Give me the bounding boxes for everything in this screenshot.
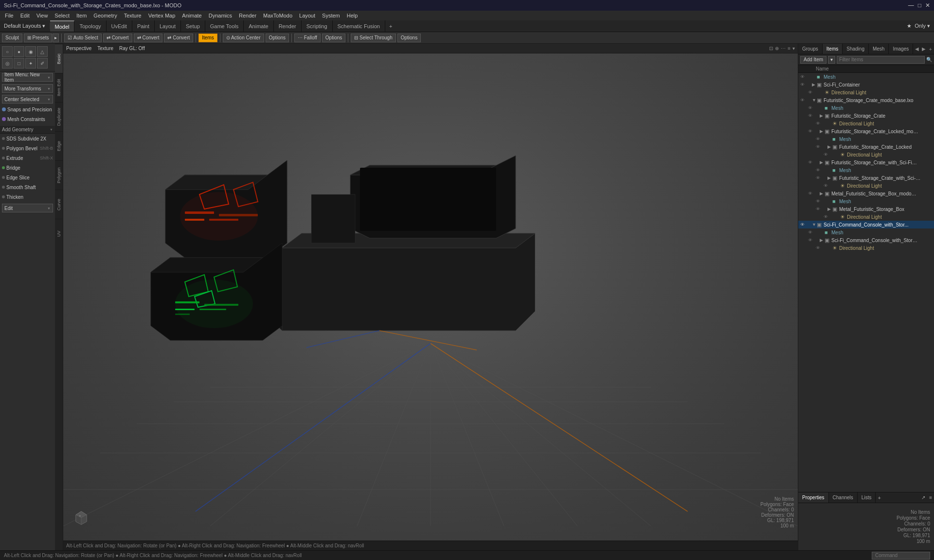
list-item[interactable]: 👁 ☀ Directional Light bbox=[798, 151, 934, 158]
props-expand-icon[interactable]: ↗ bbox=[919, 494, 927, 501]
list-item[interactable]: 👁 ■ Mesh bbox=[798, 228, 934, 236]
strip-basic[interactable]: Basic bbox=[55, 44, 63, 73]
item-expand-icon[interactable]: ▶ bbox=[827, 207, 832, 211]
viewport-icon-2[interactable]: ⊕ bbox=[775, 46, 779, 51]
tab-images[interactable]: Images bbox=[889, 44, 913, 54]
tab-animate[interactable]: Animate bbox=[244, 20, 273, 32]
falloff-options[interactable]: Options bbox=[322, 34, 345, 42]
list-item[interactable]: 👁 ☀ Directional Light bbox=[798, 182, 934, 190]
layouts-dropdown[interactable]: Default Layouts ▾ bbox=[0, 23, 50, 29]
polygon-bevel-btn[interactable]: Polygon Bevel Shift-B bbox=[0, 144, 55, 153]
list-item[interactable]: 👁 ▶ ▣ Futuristic_Storage_Crate bbox=[798, 112, 934, 120]
tab-mesh[interactable]: Mesh bbox=[869, 44, 889, 54]
tab-render[interactable]: Render bbox=[274, 20, 302, 32]
item-expand-icon[interactable]: ▼ bbox=[812, 222, 817, 227]
tab-setup[interactable]: Setup bbox=[181, 20, 205, 32]
list-item[interactable]: 👁 ▶ ▣ Futuristic_Storage_Crate_Locked_mo… bbox=[798, 127, 934, 135]
list-item[interactable]: 👁 ▼ ▣ Futuristic_Storage_Crate_modo_base… bbox=[798, 96, 934, 104]
bridge-btn[interactable]: Bridge bbox=[0, 163, 55, 172]
menu-help[interactable]: Help bbox=[344, 12, 361, 19]
action-center-button[interactable]: ⊙ Action Center bbox=[223, 34, 264, 42]
tool-cube[interactable]: □ bbox=[14, 58, 24, 69]
list-item[interactable]: 👁 ☀ Directional Light bbox=[798, 88, 934, 96]
auto-select-button[interactable]: ☑ Auto Select bbox=[64, 34, 101, 42]
add-geometry-header[interactable]: Add Geometry bbox=[0, 126, 55, 134]
command-input[interactable] bbox=[872, 552, 930, 560]
convert-button-1[interactable]: ⇄ Convert bbox=[103, 34, 132, 42]
item-expand-icon[interactable]: ▶ bbox=[820, 129, 825, 134]
menu-animate[interactable]: Animate bbox=[179, 12, 204, 19]
strip-duplicate[interactable]: Duplicate bbox=[55, 102, 63, 131]
tab-schematic-fusion[interactable]: Schematic Fusion bbox=[333, 20, 385, 32]
items-button[interactable]: Items bbox=[198, 34, 217, 42]
close-button[interactable]: ✕ bbox=[925, 2, 930, 9]
menu-file[interactable]: File bbox=[2, 12, 17, 19]
select-through-button[interactable]: ⊟ Select Through bbox=[351, 34, 395, 42]
list-item[interactable]: 👁 ▶ ▣ Metal_Futuristic_Storage_Box_modo_… bbox=[798, 190, 934, 197]
list-item[interactable]: 👁 ▶ ▣ Sci-Fi_Command_Console_with_Storag… bbox=[798, 236, 934, 244]
viewport-shading[interactable]: Texture bbox=[97, 46, 113, 51]
tool-move[interactable]: ✦ bbox=[25, 58, 36, 69]
strip-curve[interactable]: Curve bbox=[55, 190, 63, 219]
item-expand-icon[interactable]: ▶ bbox=[812, 82, 817, 87]
list-item[interactable]: 👁 ☀ Directional Light bbox=[798, 244, 934, 252]
list-item[interactable]: 👁 ▶ ▣ Sci-Fi_Container bbox=[798, 81, 934, 88]
more-transforms-dropdown[interactable]: More Transforms bbox=[2, 84, 53, 93]
tab-properties[interactable]: Properties bbox=[798, 492, 829, 503]
tab-lists[interactable]: Lists bbox=[858, 492, 876, 503]
list-item[interactable]: 👁 ■ Mesh bbox=[798, 104, 934, 112]
tool-triangle[interactable]: △ bbox=[37, 46, 48, 57]
menu-edit[interactable]: Edit bbox=[18, 12, 33, 19]
tab-shading[interactable]: Shading bbox=[843, 44, 869, 54]
right-tab-arrow-right[interactable]: ▶ bbox=[920, 45, 927, 52]
list-item-selected[interactable]: 👁 ▼ ▣ Sci-Fi_Command_Console_with_Stor..… bbox=[798, 221, 934, 228]
tab-scripting[interactable]: Scripting bbox=[302, 20, 333, 32]
right-tab-add[interactable]: + bbox=[927, 45, 934, 53]
list-item[interactable]: 👁 ■ Mesh bbox=[798, 166, 934, 174]
tab-model[interactable]: Model bbox=[50, 20, 75, 32]
maximize-button[interactable]: □ bbox=[918, 2, 921, 9]
add-item-arrow[interactable]: ▾ bbox=[828, 56, 835, 64]
item-expand-icon[interactable]: ▶ bbox=[820, 160, 825, 165]
item-expand-icon[interactable]: ▶ bbox=[820, 113, 825, 118]
tab-channels[interactable]: Channels bbox=[829, 492, 858, 503]
edit-dropdown[interactable]: Edit bbox=[2, 204, 53, 212]
menu-item[interactable]: Item bbox=[73, 12, 90, 19]
tab-items[interactable]: Items bbox=[823, 44, 843, 54]
item-menu-dropdown[interactable]: Item Menu: New Item bbox=[2, 73, 53, 82]
viewport-icon-1[interactable]: ⊡ bbox=[769, 46, 773, 51]
select-through-options[interactable]: Options bbox=[397, 34, 421, 42]
sculpt-button[interactable]: Sculpt bbox=[2, 34, 22, 42]
item-expand-icon[interactable]: ▼ bbox=[812, 98, 817, 103]
tool-ring[interactable]: ◎ bbox=[2, 58, 13, 69]
falloff-button[interactable]: ⋯ Falloff bbox=[294, 34, 321, 42]
snaps-precision-btn[interactable]: Snaps and Precision bbox=[0, 105, 55, 114]
thicken-btn[interactable]: Thicken bbox=[0, 192, 55, 201]
menu-maxtomodo[interactable]: MaxToModo bbox=[260, 12, 295, 19]
tab-game-tools[interactable]: Game Tools bbox=[205, 20, 244, 32]
viewport-ray[interactable]: Ray GL: Off bbox=[119, 46, 145, 51]
extrude-btn[interactable]: Extrude Shift-X bbox=[0, 154, 55, 162]
list-item[interactable]: 👁 ▶ ▣ Metal_Futuristic_Storage_Box bbox=[798, 205, 934, 213]
tool-brush[interactable]: ✐ bbox=[37, 58, 48, 69]
convert-button-3[interactable]: ⇄ Convert bbox=[164, 34, 193, 42]
menu-geometry[interactable]: Geometry bbox=[90, 12, 120, 19]
menu-system[interactable]: System bbox=[319, 12, 343, 19]
menu-dynamics[interactable]: Dynamics bbox=[206, 12, 235, 19]
mesh-constraints-btn[interactable]: Mesh Constraints bbox=[0, 115, 55, 123]
item-expand-icon[interactable]: ▶ bbox=[827, 175, 832, 180]
convert-button-2[interactable]: ⇄ Convert bbox=[134, 34, 163, 42]
list-item[interactable]: 👁 ■ Mesh bbox=[798, 197, 934, 205]
viewport-icon-5[interactable]: ▾ bbox=[792, 46, 795, 51]
menu-view[interactable]: View bbox=[34, 12, 51, 19]
presets-button[interactable]: ⊞ Presets bbox=[24, 34, 53, 42]
menu-texture[interactable]: Texture bbox=[121, 12, 144, 19]
tab-uvedit[interactable]: UvEdit bbox=[107, 20, 132, 32]
list-item[interactable]: 👁 ▶ ▣ Futuristic_Storage_Crate_with_Sci-… bbox=[798, 158, 934, 166]
tool-dot[interactable]: ● bbox=[14, 46, 24, 57]
tab-layout[interactable]: Layout bbox=[155, 20, 181, 32]
item-expand-icon[interactable]: ▶ bbox=[820, 191, 825, 196]
menu-vertex-map[interactable]: Vertex Map bbox=[145, 12, 179, 19]
list-item[interactable]: 👁 ■ Mesh bbox=[798, 135, 934, 143]
right-tab-arrow-left[interactable]: ◀ bbox=[914, 45, 920, 52]
